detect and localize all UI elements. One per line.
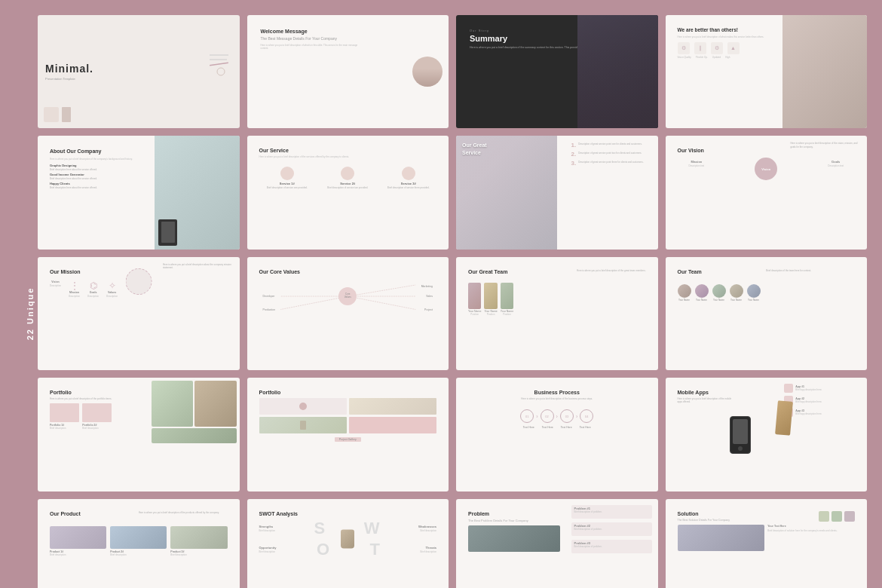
slide-20-header: Solution The Best Solution Details For Y… xyxy=(678,511,856,522)
service-3-icon xyxy=(402,167,415,180)
core-center: CoreValues xyxy=(338,287,357,305)
slide-20-bottom: Your Text Here Brief description of solu… xyxy=(678,525,856,551)
slide-14-grid xyxy=(259,398,437,433)
slide-4-content: We are better than others! Here is where… xyxy=(672,21,776,65)
problem-3: Problem #3 Brief description of problem. xyxy=(571,540,652,553)
slide-5-items: Graphic Designing Brief description here… xyxy=(50,164,142,189)
slide-8: Our Vision Mission Description text Visi… xyxy=(666,136,868,249)
slide-6-services: Service 1# Brief description of service … xyxy=(259,167,437,189)
service-1: Service 1# Brief description of service … xyxy=(259,167,316,189)
icon-success: ▲ xyxy=(727,42,740,54)
service-2-icon xyxy=(341,167,354,180)
app-2: App #2 Brief app description here. xyxy=(784,396,861,405)
slide-11-title: Our Great Team xyxy=(468,269,507,274)
slide-14-title: Portfolio xyxy=(259,390,437,395)
slide-5-item-3: Happy Clients xyxy=(50,182,142,185)
point-3: 3. Description of great service point th… xyxy=(571,160,652,167)
slide-5-body: Here is where you put a brief descriptio… xyxy=(50,158,142,161)
slide-17-desc: Here is where you put a brief descriptio… xyxy=(139,511,228,519)
solution-photo xyxy=(678,525,765,551)
arrow-3: › xyxy=(576,414,577,419)
slide-4-photo xyxy=(782,15,867,128)
slide-8-content: Our Vision Mission Description text Visi… xyxy=(672,142,862,196)
process-node-2: 02 xyxy=(541,409,554,423)
slide-7-numbered-list: 1. Description of great service point on… xyxy=(571,142,652,243)
slide-18: SWOT Analysis Strengths Brief descriptio… xyxy=(247,499,449,588)
svg-line-7 xyxy=(280,296,348,310)
slide-4-body: Here is where you put a brief descriptio… xyxy=(678,35,770,38)
problem-1: Problem #1 Brief description of problem. xyxy=(571,505,652,519)
slide-19-subtitle: The Best Problem Details For Your Compan… xyxy=(468,519,560,522)
phone-mockup xyxy=(730,416,751,454)
team-photo-1: Your Name Position xyxy=(468,283,481,316)
problem-2: Problem #2 Brief description of problem. xyxy=(571,522,652,536)
slide-5-item-1-desc: Brief description here about the service… xyxy=(50,168,142,171)
slide-10-title: Our Core Values xyxy=(259,269,437,274)
slide-13: Portfolio Here is where you put a brief … xyxy=(38,378,240,491)
slide-20-icons xyxy=(819,511,855,522)
svg-line-5 xyxy=(348,285,415,296)
slide-14: Portfolio Project Gallery xyxy=(247,378,449,491)
slide-13-desc: Here is where you put a brief descriptio… xyxy=(50,397,112,400)
slide-20: Solution The Best Solution Details For Y… xyxy=(666,499,868,588)
slide-8-desc: Here is where you put a brief descriptio… xyxy=(790,142,861,149)
slide-7-title-overlay: Our GreatService xyxy=(462,142,487,155)
product-2: Product 2# Brief description xyxy=(110,526,167,556)
slide-18-diagram: Strengths Brief description S W Weakness… xyxy=(259,519,437,559)
slide-15-title: Business Process xyxy=(468,390,646,395)
service-3-label: Service 3# xyxy=(401,182,416,185)
slide-16: Mobile Apps Here is where you put a brie… xyxy=(666,378,868,491)
slide-5-photo xyxy=(155,136,239,249)
app-3: App #3 Brief app description here. xyxy=(784,408,861,417)
team-photo-3: Your Name Position xyxy=(501,283,513,316)
app-1: App #1 Brief app description here. xyxy=(784,384,861,393)
slide-13-portfolio-items: Portfolio 1# Brief description Portfolio… xyxy=(50,403,112,430)
slides-grid: Minimal. Presentation Template Welcome M… xyxy=(0,0,882,588)
slide-20-title: Solution xyxy=(678,511,730,516)
swot-t-letter: T xyxy=(370,540,380,559)
product-3: Product 3# Brief description xyxy=(170,526,227,556)
slide-2-content: Welcome Message The Best Message Details… xyxy=(255,23,367,56)
slide-5-item-2-desc: Brief description here about the service… xyxy=(50,177,142,180)
team-member-2: Your Name xyxy=(695,284,709,302)
slide-12: Our Team Brief description of the team h… xyxy=(666,257,868,370)
slide-5-title: About Our Company xyxy=(50,148,142,155)
slide-11-photos: Your Name Position Your Name Position Yo… xyxy=(468,283,646,316)
slide-19-photo xyxy=(468,525,560,552)
slide-6-title: Our Service xyxy=(259,148,437,153)
slide-10: Our Core Values CoreValues Developer Mar… xyxy=(247,257,449,370)
slide-11-desc: Here is where you put a brief descriptio… xyxy=(574,269,645,273)
slide-12-title: Our Team xyxy=(678,269,702,274)
slide-2-avatar xyxy=(412,57,443,87)
icon-vision: ⚙ xyxy=(678,42,690,54)
slide-14-content: Portfolio Project Gallery xyxy=(253,384,443,448)
slide-4-labels: Vision Quality Flexible Op. Updated High xyxy=(678,56,770,59)
slide-5-item-2: Good Income Generator xyxy=(50,173,142,176)
slide-9-desc: Here is where you put a brief descriptio… xyxy=(163,263,234,270)
slide-11-content: Our Great Team Here is where you put a b… xyxy=(462,263,652,322)
product-1: Product 1# Brief description xyxy=(50,526,106,556)
slide-14-cta: Project Gallery xyxy=(259,436,437,442)
slide-2-body: Here is where you put a brief descriptio… xyxy=(261,44,361,50)
service-1-label: Service 1# xyxy=(280,182,295,185)
swot-w: Weaknesses Brief description xyxy=(418,525,436,532)
swot-o-letter: O xyxy=(317,540,329,559)
point-1: 1. Description of great service point on… xyxy=(571,142,652,149)
slide-5-content: About Our Company Here is where you put … xyxy=(44,142,148,243)
slide-1: Minimal. Presentation Template xyxy=(38,15,240,128)
mission-circle-deco xyxy=(125,268,152,295)
slide-15-labels: Text Here Text Here Text Here Text Here xyxy=(468,426,646,429)
slide-1-title: Minimal. xyxy=(45,63,93,75)
slide-1-subtitle: Presentation Template xyxy=(45,77,93,81)
slide-19-content: Problem The Best Problem Details For You… xyxy=(462,505,566,588)
phone-stand xyxy=(775,400,793,436)
mission-goals: ⌬ Goals Description xyxy=(87,280,99,298)
slide-17-title: Our Product xyxy=(50,511,81,516)
portfolio-item-2: Portfolio 2# Brief description xyxy=(82,403,112,430)
slide-12-header: Our Team Brief description of the team h… xyxy=(678,269,856,277)
slide-2: Welcome Message The Best Message Details… xyxy=(247,15,449,128)
slide-1-decoration xyxy=(206,49,232,79)
team-photo-2: Your Name Position xyxy=(484,283,497,316)
service-3-desc: Brief description of service three provi… xyxy=(387,186,430,189)
mission-mission: ⋮ Mission Description xyxy=(69,280,80,298)
